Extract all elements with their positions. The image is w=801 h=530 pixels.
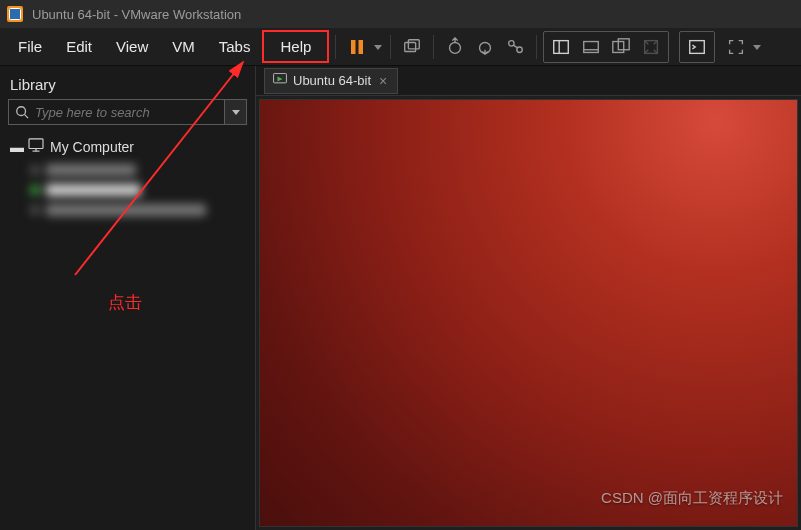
revert-snapshot-button[interactable] (470, 33, 500, 61)
menu-view[interactable]: View (104, 32, 160, 61)
separator (536, 35, 537, 59)
svg-rect-11 (554, 40, 569, 53)
separator (433, 35, 434, 59)
computer-icon (28, 138, 44, 155)
library-title: Library (8, 72, 247, 99)
thumbnail-view-button[interactable] (576, 33, 606, 61)
content-area: Ubuntu 64-bit × CSDN @面向工资程序设计 (256, 66, 801, 530)
tree-root-label: My Computer (50, 139, 134, 155)
menubar: File Edit View VM Tabs Help (0, 28, 801, 66)
svg-rect-18 (690, 40, 705, 53)
body-area: Library ▬ My Computer (0, 66, 801, 530)
svg-rect-5 (405, 42, 416, 51)
send-ctrl-alt-del-button[interactable] (397, 33, 427, 61)
pause-button[interactable] (342, 33, 372, 61)
search-icon (9, 100, 35, 124)
vmware-logo-icon (6, 5, 24, 23)
fullscreen-dropdown[interactable] (751, 43, 763, 51)
tree-root-my-computer[interactable]: ▬ My Computer (8, 135, 247, 158)
library-panel: Library ▬ My Computer (0, 66, 256, 530)
svg-point-7 (450, 42, 461, 53)
vm-running-icon (273, 73, 287, 88)
multi-monitor-button[interactable] (606, 33, 636, 61)
svg-rect-1 (10, 9, 21, 20)
snapshot-button[interactable] (440, 33, 470, 61)
vm-tab-label: Ubuntu 64-bit (293, 73, 371, 88)
manage-snapshots-button[interactable] (500, 33, 530, 61)
library-search (8, 99, 247, 125)
vm-tab-ubuntu[interactable]: Ubuntu 64-bit × (264, 68, 398, 94)
menu-help[interactable]: Help (262, 30, 329, 63)
menu-edit[interactable]: Edit (54, 32, 104, 61)
window-title: Ubuntu 64-bit - VMware Workstation (32, 7, 241, 22)
tab-strip: Ubuntu 64-bit × (256, 66, 801, 96)
vm-console-view[interactable]: CSDN @面向工资程序设计 (259, 99, 798, 527)
menu-tabs[interactable]: Tabs (207, 32, 263, 61)
stretch-button[interactable] (636, 33, 666, 61)
svg-rect-3 (351, 40, 356, 54)
show-library-button[interactable] (546, 33, 576, 61)
library-tree: ▬ My Computer (8, 135, 247, 218)
window-titlebar: Ubuntu 64-bit - VMware Workstation (0, 0, 801, 28)
layout-group (543, 31, 669, 63)
svg-point-19 (17, 107, 26, 116)
search-dropdown[interactable] (224, 100, 246, 124)
console-view-button[interactable] (682, 33, 712, 61)
menu-vm[interactable]: VM (160, 32, 207, 61)
console-group (679, 31, 715, 63)
collapse-icon[interactable]: ▬ (10, 139, 22, 155)
watermark-text: CSDN @面向工资程序设计 (601, 489, 783, 508)
tab-close-button[interactable]: × (377, 73, 389, 89)
annotation-label: 点击 (108, 291, 142, 314)
menu-file[interactable]: File (6, 32, 54, 61)
separator (335, 35, 336, 59)
svg-rect-6 (409, 39, 420, 48)
tree-children-blurred (30, 162, 247, 218)
svg-rect-21 (29, 139, 43, 149)
svg-rect-4 (359, 40, 364, 54)
svg-line-20 (25, 115, 29, 119)
separator (390, 35, 391, 59)
library-search-input[interactable] (35, 100, 224, 124)
power-dropdown[interactable] (372, 43, 384, 51)
fullscreen-button[interactable] (721, 33, 751, 61)
svg-rect-13 (584, 41, 599, 52)
